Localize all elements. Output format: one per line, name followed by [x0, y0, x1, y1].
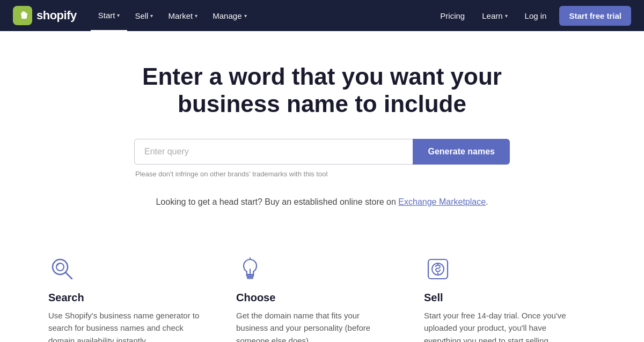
chevron-down-icon: ▾ — [117, 12, 120, 18]
marketplace-link[interactable]: Exchange Marketplace — [398, 197, 486, 206]
logo-icon — [13, 6, 32, 25]
navbar: shopify Start ▾ Sell ▾ Market ▾ Manage ▾… — [0, 0, 644, 31]
hero-heading: Enter a word that you want your business… — [91, 63, 553, 117]
feature-sell-title: Sell — [424, 292, 580, 304]
chevron-down-icon: ▾ — [505, 13, 508, 19]
start-trial-button[interactable]: Start free trial — [559, 6, 631, 26]
chevron-down-icon: ▾ — [195, 13, 197, 19]
search-icon — [48, 255, 76, 283]
feature-search-desc: Use Shopify's business name generator to… — [48, 309, 204, 342]
nav-right: Pricing Learn ▾ Log in Start free trial — [433, 0, 631, 31]
marketplace-period: . — [486, 197, 488, 206]
feature-sell: Sell Start your free 14-day trial. Once … — [408, 255, 596, 342]
features-section: Search Use Shopify's business name gener… — [27, 255, 617, 342]
feature-choose-title: Choose — [236, 292, 392, 304]
nav-link-sell[interactable]: Sell ▾ — [127, 0, 160, 31]
nav-link-learn[interactable]: Learn ▾ — [474, 0, 515, 31]
feature-search-title: Search — [48, 292, 204, 304]
nav-left: shopify Start ▾ Sell ▾ Market ▾ Manage ▾ — [13, 0, 254, 31]
marketplace-text-before: Looking to get a head start? Buy an esta… — [156, 197, 396, 206]
search-form: Generate names — [134, 139, 510, 165]
chevron-down-icon: ▾ — [244, 13, 247, 19]
feature-choose: Choose Get the domain name that fits you… — [220, 255, 408, 342]
svg-rect-7 — [428, 259, 448, 279]
lightbulb-icon — [236, 255, 264, 283]
svg-rect-4 — [247, 277, 253, 279]
trademark-note: Please don't infringe on other brands' t… — [134, 170, 510, 178]
logo-text: shopify — [36, 9, 77, 23]
nav-link-manage[interactable]: Manage ▾ — [205, 0, 254, 31]
badge-dollar-icon — [424, 255, 452, 283]
feature-sell-desc: Start your free 14-day trial. Once you'v… — [424, 309, 580, 342]
nav-link-market[interactable]: Market ▾ — [160, 0, 205, 31]
generate-button[interactable]: Generate names — [413, 139, 510, 165]
hero-section: Enter a word that you want your business… — [0, 31, 644, 228]
feature-choose-desc: Get the domain name that fits your busin… — [236, 309, 392, 342]
svg-line-1 — [65, 272, 72, 279]
svg-rect-3 — [247, 275, 254, 277]
search-input[interactable] — [134, 139, 413, 165]
nav-primary-links: Start ▾ Sell ▾ Market ▾ Manage ▾ — [91, 0, 254, 31]
nav-link-login[interactable]: Log in — [517, 0, 554, 31]
nav-link-start[interactable]: Start ▾ — [91, 0, 128, 31]
feature-search: Search Use Shopify's business name gener… — [48, 255, 220, 342]
marketplace-row: Looking to get a head start? Buy an esta… — [11, 197, 633, 207]
chevron-down-icon: ▾ — [150, 13, 153, 19]
nav-link-pricing[interactable]: Pricing — [433, 0, 472, 31]
logo[interactable]: shopify — [13, 6, 77, 25]
